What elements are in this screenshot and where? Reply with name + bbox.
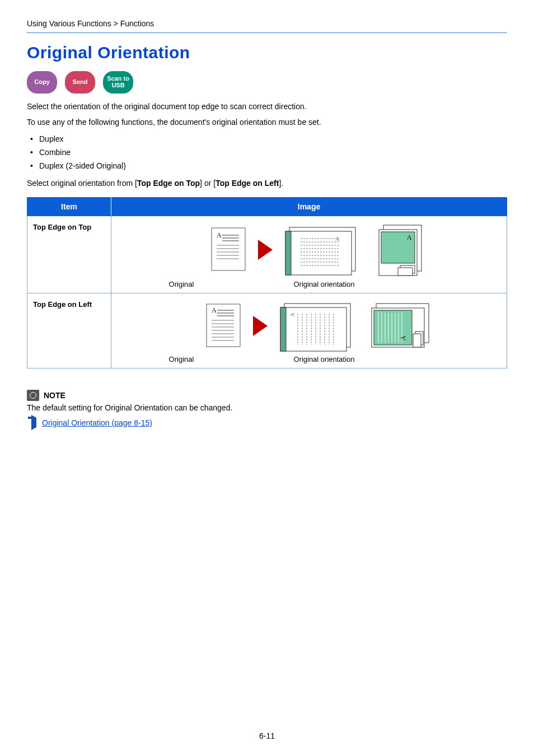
table-header-item: Item: [27, 197, 111, 216]
text: Select original orientation from [: [27, 179, 137, 188]
arrow-icon: [258, 240, 273, 260]
svg-rect-11: [285, 231, 352, 275]
select-instruction: Select original orientation from [Top Ed…: [27, 178, 507, 189]
orientation-table: Item Image Top Edge on Top A: [27, 197, 507, 368]
list-item: Duplex (2-sided Original): [27, 159, 507, 172]
badge-row: Copy Send Scan to USB: [27, 71, 507, 94]
function-bullet-list: Duplex Combine Duplex (2-sided Original): [27, 132, 507, 172]
list-item: Duplex: [27, 132, 507, 146]
original-doc-icon: A: [211, 227, 246, 272]
svg-text:A: A: [399, 335, 407, 340]
option-top-edge-on-top: Top Edge on Top: [137, 179, 200, 188]
svg-rect-43: [280, 307, 286, 351]
svg-text:A: A: [407, 234, 412, 241]
option-top-edge-on-left: Top Edge on Left: [216, 179, 279, 188]
badge-copy: Copy: [27, 71, 57, 94]
panel-landscape-icon: A: [285, 224, 361, 276]
breadcrumb: Using Various Functions > Functions: [27, 19, 507, 28]
svg-text:A: A: [335, 235, 340, 242]
link-arrow-icon: [31, 415, 36, 430]
svg-text:A: A: [217, 231, 222, 239]
row-image-top-edge-on-top: A: [111, 216, 507, 293]
intro-line-1: Select the orientation of the original d…: [27, 101, 507, 113]
list-item: Combine: [27, 146, 507, 159]
note-icon: [27, 390, 39, 401]
caption-original-orientation: Original orientation: [223, 280, 425, 288]
panel-landscape-rotated-icon: A: [280, 300, 356, 352]
badge-scan-to-usb: Scan to USB: [103, 71, 133, 94]
caption-original: Original: [139, 280, 223, 288]
caption-original: Original: [139, 355, 223, 363]
intro-line-2: To use any of the following functions, t…: [27, 117, 507, 128]
row-image-top-edge-on-left: A: [111, 293, 507, 368]
caption-original-orientation: Original orientation: [223, 355, 425, 363]
note-box: NOTE The default setting for Original Or…: [27, 390, 507, 428]
svg-rect-28: [398, 268, 413, 276]
text: ].: [279, 179, 283, 188]
text: ] or [: [200, 179, 216, 188]
link-original-orientation[interactable]: Original Orientation (page 8-15): [42, 418, 152, 427]
badge-send: Send: [65, 71, 95, 94]
row-item-top-edge-on-top: Top Edge on Top: [27, 216, 111, 293]
table-row: Top Edge on Top A: [27, 216, 507, 293]
note-text: The default setting for Original Orienta…: [27, 403, 507, 412]
note-label: NOTE: [44, 391, 65, 400]
svg-rect-12: [285, 231, 291, 275]
row-item-top-edge-on-left: Top Edge on Left: [27, 293, 111, 368]
divider: [27, 32, 507, 33]
table-row: Top Edge on Left A: [27, 293, 507, 368]
operation-panel-landscape-icon: A: [368, 300, 434, 352]
arrow-icon: [253, 316, 268, 336]
svg-text:A: A: [212, 306, 217, 314]
svg-rect-67: [413, 334, 421, 347]
page-title: Original Orientation: [27, 43, 507, 62]
table-header-image: Image: [111, 197, 507, 216]
svg-text:A: A: [289, 312, 296, 317]
original-doc-icon: A: [206, 304, 241, 348]
operation-panel-portrait-icon: A: [373, 223, 429, 277]
page-number: 6-11: [0, 731, 534, 740]
